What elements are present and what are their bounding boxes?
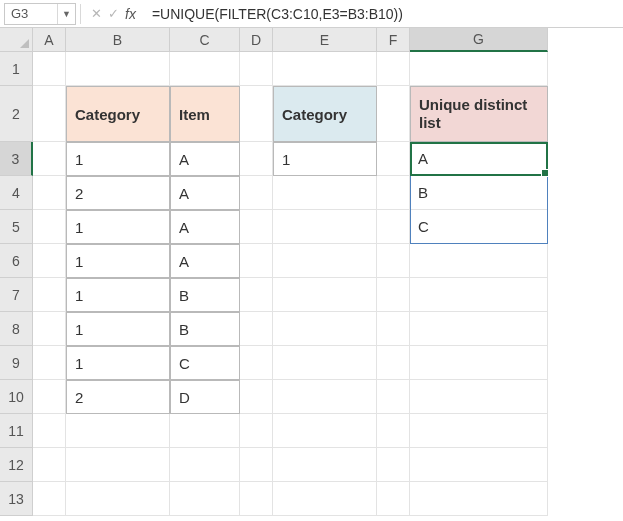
cell[interactable]: [240, 414, 273, 448]
cell[interactable]: [240, 278, 273, 312]
cancel-icon[interactable]: ✕: [91, 6, 102, 21]
row-header[interactable]: 6: [0, 244, 33, 278]
table-cell[interactable]: 1: [66, 346, 170, 380]
table-cell[interactable]: 1: [66, 278, 170, 312]
row-header[interactable]: 12: [0, 448, 33, 482]
cell[interactable]: [410, 346, 548, 380]
table-cell[interactable]: D: [170, 380, 240, 414]
cell[interactable]: [273, 346, 377, 380]
row-header[interactable]: 5: [0, 210, 33, 244]
table-cell[interactable]: 1: [66, 312, 170, 346]
cell[interactable]: [377, 414, 410, 448]
cell[interactable]: [170, 52, 240, 86]
cell[interactable]: [273, 244, 377, 278]
filter-value-cell[interactable]: 1: [273, 142, 377, 176]
row-header[interactable]: 2: [0, 86, 33, 142]
row-header[interactable]: 10: [0, 380, 33, 414]
cell[interactable]: [377, 86, 410, 142]
table-cell[interactable]: A: [170, 176, 240, 210]
cell[interactable]: [240, 176, 273, 210]
cell[interactable]: [170, 448, 240, 482]
cell[interactable]: [377, 482, 410, 516]
result-header[interactable]: Unique distinct list: [410, 86, 548, 142]
cell[interactable]: [33, 278, 66, 312]
confirm-icon[interactable]: ✓: [108, 6, 119, 21]
cell[interactable]: [240, 482, 273, 516]
cell[interactable]: [33, 86, 66, 142]
cell[interactable]: [273, 176, 377, 210]
chevron-down-icon[interactable]: ▼: [57, 4, 75, 24]
cell[interactable]: [33, 312, 66, 346]
cell[interactable]: [410, 312, 548, 346]
cell[interactable]: [273, 380, 377, 414]
table1-header-category[interactable]: Category: [66, 86, 170, 142]
cell[interactable]: [273, 278, 377, 312]
table-cell[interactable]: A: [170, 210, 240, 244]
table-cell[interactable]: B: [170, 278, 240, 312]
cell[interactable]: [377, 176, 410, 210]
table-cell[interactable]: 1: [66, 210, 170, 244]
select-all-corner[interactable]: [0, 28, 33, 52]
cell[interactable]: [273, 414, 377, 448]
cell[interactable]: [377, 52, 410, 86]
cell[interactable]: [410, 244, 548, 278]
cell[interactable]: [377, 346, 410, 380]
row-header[interactable]: 8: [0, 312, 33, 346]
cell[interactable]: [273, 52, 377, 86]
cell[interactable]: [240, 86, 273, 142]
table-cell[interactable]: B: [170, 312, 240, 346]
cell[interactable]: [33, 448, 66, 482]
cell[interactable]: [66, 414, 170, 448]
column-header[interactable]: A: [33, 28, 66, 52]
cell[interactable]: [33, 244, 66, 278]
name-box-input[interactable]: [5, 6, 57, 21]
cell[interactable]: [377, 448, 410, 482]
formula-input[interactable]: [146, 6, 619, 22]
table-cell[interactable]: 2: [66, 380, 170, 414]
cell[interactable]: [240, 142, 273, 176]
cell[interactable]: [240, 448, 273, 482]
fx-icon[interactable]: fx: [125, 6, 136, 22]
cell[interactable]: [377, 278, 410, 312]
cell[interactable]: [273, 210, 377, 244]
cell[interactable]: [33, 52, 66, 86]
cell[interactable]: [410, 448, 548, 482]
cell[interactable]: [240, 312, 273, 346]
row-header[interactable]: 13: [0, 482, 33, 516]
cell[interactable]: [33, 210, 66, 244]
cell[interactable]: [240, 346, 273, 380]
cell[interactable]: [240, 380, 273, 414]
column-header[interactable]: F: [377, 28, 410, 52]
row-header[interactable]: 7: [0, 278, 33, 312]
cell[interactable]: [240, 210, 273, 244]
cell[interactable]: [240, 244, 273, 278]
table-cell[interactable]: A: [170, 244, 240, 278]
row-header[interactable]: 1: [0, 52, 33, 86]
table-cell[interactable]: 1: [66, 244, 170, 278]
cell[interactable]: [377, 210, 410, 244]
cell[interactable]: [410, 380, 548, 414]
cell[interactable]: [410, 414, 548, 448]
cell[interactable]: [33, 142, 66, 176]
row-header[interactable]: 4: [0, 176, 33, 210]
column-header[interactable]: D: [240, 28, 273, 52]
cell[interactable]: [377, 142, 410, 176]
row-header[interactable]: 11: [0, 414, 33, 448]
cell[interactable]: [66, 448, 170, 482]
filter-header[interactable]: Category: [273, 86, 377, 142]
cell[interactable]: [410, 482, 548, 516]
result-cell[interactable]: C: [410, 210, 548, 244]
cell[interactable]: [33, 482, 66, 516]
cell[interactable]: [170, 414, 240, 448]
table-cell[interactable]: A: [170, 142, 240, 176]
cell[interactable]: [33, 176, 66, 210]
result-cell[interactable]: B: [410, 176, 548, 210]
table-cell[interactable]: 1: [66, 142, 170, 176]
cell[interactable]: [33, 380, 66, 414]
cell[interactable]: [33, 414, 66, 448]
column-header[interactable]: B: [66, 28, 170, 52]
cell[interactable]: [66, 482, 170, 516]
table1-header-item[interactable]: Item: [170, 86, 240, 142]
cell[interactable]: [377, 312, 410, 346]
name-box[interactable]: ▼: [4, 3, 76, 25]
